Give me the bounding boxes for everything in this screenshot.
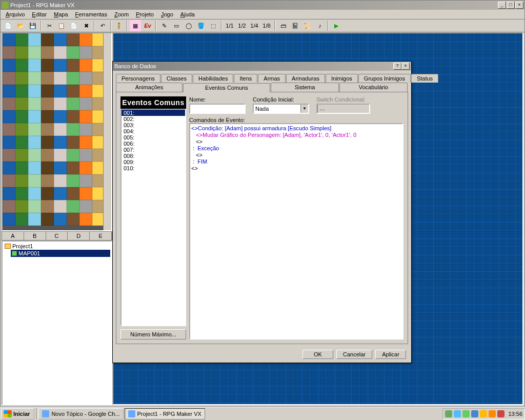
menu-ferramentas[interactable]: Ferramentas: [72, 11, 110, 18]
start-button[interactable]: Iniciar: [1, 408, 34, 419]
event-item[interactable]: 005:: [122, 134, 185, 141]
zoom-1-8[interactable]: 1/8: [261, 20, 272, 31]
ok-button[interactable]: OK: [302, 350, 333, 359]
paste-icon[interactable]: 📄: [68, 20, 79, 31]
cancel-button[interactable]: Cancelar: [336, 350, 372, 359]
tileset-palette[interactable]: [2, 32, 112, 231]
database-icon[interactable]: 🗃: [277, 20, 289, 31]
tab-habilidades[interactable]: Habilidades: [193, 74, 233, 83]
event-item[interactable]: 009:: [122, 159, 185, 165]
tab-armaduras[interactable]: Armaduras: [286, 74, 325, 83]
tray-icon[interactable]: [471, 410, 478, 417]
menu-ajuda[interactable]: Ajuda: [177, 11, 198, 18]
command-line[interactable]: <>: [191, 138, 401, 145]
dialog-help-button[interactable]: ?: [393, 63, 401, 70]
tray-icon[interactable]: [445, 410, 452, 417]
command-line[interactable]: <>: [191, 165, 401, 172]
event-item[interactable]: 008:: [122, 153, 185, 159]
delete-icon[interactable]: ✖: [80, 20, 92, 31]
tab-armas[interactable]: Armas: [258, 74, 286, 83]
tileset-tab-e[interactable]: E: [90, 232, 112, 240]
zoom-1-2[interactable]: 1/2: [236, 20, 248, 31]
tab-inimigos[interactable]: Inimigos: [326, 74, 358, 83]
menu-jogo[interactable]: Jogo: [158, 11, 176, 18]
taskbar-task[interactable]: Project1 - RPG Maker VX: [125, 408, 205, 419]
tab-personagens[interactable]: Personagens: [116, 74, 160, 83]
max-number-button[interactable]: Número Máximo...: [120, 329, 186, 339]
materials-icon[interactable]: 📓: [290, 20, 301, 31]
tileset-tab-a[interactable]: A: [2, 232, 24, 240]
command-list[interactable]: <>Condição: [Adam] possui armadura [Escu…: [189, 123, 403, 339]
zoom-1-4[interactable]: 1/4: [249, 20, 260, 31]
tray-icon[interactable]: [462, 410, 470, 417]
fill-icon[interactable]: 🪣: [195, 20, 207, 31]
event-item[interactable]: 007:: [122, 147, 185, 153]
taskbar-task[interactable]: Novo Tópico - Google Ch...: [38, 408, 123, 419]
menu-arquivo[interactable]: Arquivo: [3, 11, 28, 18]
event-item[interactable]: 010:: [122, 165, 185, 171]
tileset-scrollbar[interactable]: [103, 33, 111, 230]
chevron-down-icon[interactable]: ▼: [300, 105, 308, 113]
dialog-close-button[interactable]: ×: [401, 63, 410, 70]
command-line[interactable]: : FIM: [191, 158, 401, 165]
map-tree[interactable]: Project1 MAP001: [2, 241, 112, 405]
system-tray[interactable]: 13:56: [442, 408, 525, 419]
select-icon[interactable]: ⬚: [208, 20, 219, 31]
command-line[interactable]: <>Mudar Gráfico do Personagem: [Adam], '…: [191, 132, 401, 138]
undo-icon[interactable]: ↶: [97, 20, 108, 31]
tileset-tab-b[interactable]: B: [24, 232, 46, 240]
close-button[interactable]: ×: [515, 2, 523, 9]
event-item[interactable]: 006:: [122, 141, 185, 147]
maximize-button[interactable]: □: [507, 2, 515, 9]
minimize-button[interactable]: _: [498, 2, 506, 9]
event-item[interactable]: 002:: [122, 116, 185, 122]
command-line[interactable]: <>: [191, 152, 401, 158]
clock[interactable]: 13:56: [508, 411, 522, 417]
apply-button[interactable]: Aplicar: [375, 350, 406, 359]
tray-icon[interactable]: [489, 410, 496, 417]
script-icon[interactable]: 📜: [302, 20, 313, 31]
ellipse-icon[interactable]: ◯: [183, 20, 194, 31]
tab-sistema[interactable]: Sistema: [271, 83, 339, 92]
main-titlebar[interactable]: Project1 - RPG Maker VX _ □ ×: [1, 1, 524, 10]
tab-animações[interactable]: Animações: [116, 83, 183, 92]
tray-icon[interactable]: [497, 410, 504, 417]
tab-itens[interactable]: Itens: [234, 74, 257, 83]
command-line[interactable]: <>Condição: [Adam] possui armadura [Escu…: [191, 125, 401, 132]
cut-icon[interactable]: ✂: [44, 20, 55, 31]
open-icon[interactable]: 📂: [15, 20, 26, 31]
tray-icon[interactable]: [480, 410, 487, 417]
mode-map-icon[interactable]: 🧍: [113, 20, 125, 31]
save-icon[interactable]: 💾: [27, 20, 38, 31]
new-icon[interactable]: 📄: [3, 20, 14, 31]
sound-icon[interactable]: ♪: [314, 20, 326, 31]
tab-vocabulário[interactable]: Vocabulário: [339, 83, 408, 92]
tab-grupos inimigos[interactable]: Grupos Inimigos: [358, 74, 411, 83]
command-line[interactable]: : Exceção: [191, 145, 401, 152]
name-input[interactable]: [189, 104, 246, 114]
tray-icon[interactable]: [454, 410, 461, 417]
tree-map[interactable]: MAP001: [11, 250, 110, 257]
menu-projeto[interactable]: Projeto: [133, 11, 157, 18]
event-list[interactable]: 001:002:003:004:005:006:007:008:009:010:: [120, 109, 186, 326]
tab-classes[interactable]: Classes: [161, 74, 192, 83]
menu-mapa[interactable]: Mapa: [51, 11, 71, 18]
menu-editar[interactable]: Editar: [29, 11, 50, 18]
event-icon[interactable]: Ev: [142, 20, 153, 31]
tileset-tab-d[interactable]: D: [68, 232, 90, 240]
tab-eventos-comuns[interactable]: Eventos Comuns: [183, 83, 270, 92]
menu-zoom[interactable]: Zoom: [111, 11, 132, 18]
playtest-icon[interactable]: ▶: [331, 20, 342, 31]
trigger-select[interactable]: Nada ▼: [253, 104, 309, 114]
event-item[interactable]: 003:: [122, 122, 185, 128]
tileset-tab-c[interactable]: C: [46, 232, 68, 240]
tab-status[interactable]: Status: [411, 74, 438, 83]
copy-icon[interactable]: 📋: [56, 20, 67, 31]
pencil-icon[interactable]: ✎: [158, 20, 170, 31]
event-item[interactable]: 001:: [122, 110, 185, 116]
rect-icon[interactable]: ▭: [171, 20, 182, 31]
dialog-titlebar[interactable]: Banco de Dados ? ×: [113, 62, 411, 71]
event-item[interactable]: 004:: [122, 128, 185, 134]
layer-icon[interactable]: ▦: [130, 20, 141, 31]
zoom-1-1[interactable]: 1/1: [224, 20, 235, 31]
